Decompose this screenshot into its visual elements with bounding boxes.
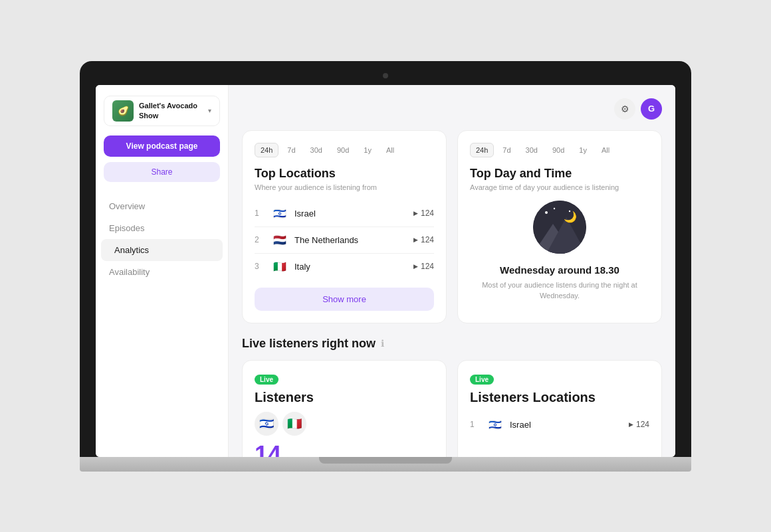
screen-bezel: 🥑 Gallet's Avocado Show ▾ View podcast p… xyxy=(80,61,691,457)
header-icons: ⚙ G xyxy=(242,98,662,120)
location-item-2: 2 🇳🇱 The Netherlands ▶ 124 xyxy=(255,227,434,254)
filter-24h[interactable]: 24h xyxy=(255,143,278,157)
flag-netherlands: 🇳🇱 xyxy=(272,234,288,246)
live-listeners-card: Live Listeners 🇮🇱 🇮🇹 14 🇮🇱 xyxy=(242,360,447,457)
screen: 🥑 Gallet's Avocado Show ▾ View podcast p… xyxy=(96,85,675,457)
play-count-netherlands: ▶ 124 xyxy=(413,235,434,244)
view-podcast-button[interactable]: View podcast page xyxy=(104,135,220,157)
live-locations-title: Listeners Locations xyxy=(470,390,649,405)
flag-italy: 🇮🇹 xyxy=(272,260,288,273)
top-cards-row: 24h 7d 30d 90d 1y All Top Locations Wher… xyxy=(242,130,662,323)
top-locations-card: 24h 7d 30d 90d 1y All Top Locations Wher… xyxy=(242,130,447,323)
filter-30d[interactable]: 30d xyxy=(304,143,328,157)
laptop-base xyxy=(80,457,691,472)
filter-90d[interactable]: 90d xyxy=(331,143,355,157)
play-icon-2: ▶ xyxy=(413,236,418,243)
day-time-label: Wednesday around 18.30 xyxy=(470,264,649,276)
svg-point-6 xyxy=(569,210,570,211)
play-count-italy: ▶ 124 xyxy=(413,262,434,271)
locations-time-filters: 24h 7d 30d 90d 1y All xyxy=(255,143,434,157)
main-content: ⚙ G 24h 7d 30d 90d 1y All xyxy=(229,85,675,457)
listeners-card-title: Listeners xyxy=(255,390,434,405)
location-rank-3: 3 xyxy=(255,262,265,271)
sidebar-nav: Overview Episodes Analytics Availability xyxy=(96,195,228,283)
info-icon[interactable]: ℹ xyxy=(381,338,384,349)
daytime-filter-24h[interactable]: 24h xyxy=(470,143,494,157)
play-icon-3: ▶ xyxy=(413,263,418,270)
svg-text:🌙: 🌙 xyxy=(564,211,577,223)
live-section-header: Live listeners right now ℹ xyxy=(242,337,662,351)
live-location-rank-1: 1 xyxy=(470,420,481,429)
daytime-time-filters: 24h 7d 30d 90d 1y All xyxy=(470,143,649,157)
count-israel: 124 xyxy=(421,209,434,218)
settings-icon[interactable]: ⚙ xyxy=(614,98,635,120)
laptop-container: 🥑 Gallet's Avocado Show ▾ View podcast p… xyxy=(80,61,691,472)
count-italy: 124 xyxy=(421,262,434,271)
live-locations-card: Live Listeners Locations 1 🇮🇱 Israel ▶ 1… xyxy=(457,360,662,457)
filter-7d[interactable]: 7d xyxy=(281,143,301,157)
day-time-description: Most of your audience listens during the… xyxy=(470,280,649,302)
locations-card-subtitle: Where your audience is listening from xyxy=(255,183,434,191)
show-more-button[interactable]: Show more xyxy=(255,288,434,311)
sidebar-item-analytics[interactable]: Analytics xyxy=(101,239,223,261)
daytime-filter-7d[interactable]: 7d xyxy=(496,143,516,157)
sidebar-item-overview[interactable]: Overview xyxy=(96,195,228,217)
location-item-3: 3 🇮🇹 Italy ▶ 124 xyxy=(255,254,434,280)
flag-circle-italy: 🇮🇹 xyxy=(282,412,306,436)
listeners-count: 14 xyxy=(255,441,434,457)
top-day-time-card: 24h 7d 30d 90d 1y All Top Day and Time A… xyxy=(457,130,662,323)
location-item-1: 1 🇮🇱 Israel ▶ 124 xyxy=(255,201,434,227)
camera xyxy=(383,73,388,78)
flag-circle-israel: 🇮🇱 xyxy=(255,412,278,436)
location-name-israel: Israel xyxy=(294,209,407,219)
sidebar-item-episodes[interactable]: Episodes xyxy=(96,217,228,239)
podcast-selector[interactable]: 🥑 Gallet's Avocado Show ▾ xyxy=(104,96,220,126)
location-rank-2: 2 xyxy=(255,235,265,244)
night-illustration: 🌙 xyxy=(533,201,586,254)
play-count-israel: ▶ 124 xyxy=(413,209,434,218)
locations-card-title: Top Locations xyxy=(255,167,434,181)
live-flag-israel: 🇮🇱 xyxy=(487,418,503,431)
svg-point-5 xyxy=(554,207,555,209)
count-netherlands: 124 xyxy=(421,235,434,244)
sidebar-item-availability[interactable]: Availability xyxy=(96,261,228,283)
share-button[interactable]: Share xyxy=(104,162,220,182)
sidebar: 🥑 Gallet's Avocado Show ▾ View podcast p… xyxy=(96,85,229,457)
live-badge-locations: Live xyxy=(470,375,494,385)
filter-all[interactable]: All xyxy=(380,143,400,157)
location-name-netherlands: The Netherlands xyxy=(294,235,407,245)
play-icon: ▶ xyxy=(413,210,418,217)
daytime-filter-1y[interactable]: 1y xyxy=(573,143,593,157)
location-rank-1: 1 xyxy=(255,209,265,218)
listener-flags: 🇮🇱 🇮🇹 xyxy=(255,412,434,436)
daytime-card-title: Top Day and Time xyxy=(470,167,649,181)
live-play-count-israel: ▶ 124 xyxy=(629,420,649,429)
svg-point-4 xyxy=(545,211,548,214)
live-location-name-israel: Israel xyxy=(510,420,622,430)
live-cards-row: Live Listeners 🇮🇱 🇮🇹 14 🇮🇱 Liv xyxy=(242,360,662,457)
filter-1y[interactable]: 1y xyxy=(358,143,378,157)
flag-israel: 🇮🇱 xyxy=(272,207,288,220)
podcast-logo: 🥑 xyxy=(112,100,134,122)
podcast-name: Gallet's Avocado Show xyxy=(139,101,203,120)
live-location-item-1: 1 🇮🇱 Israel ▶ 124 xyxy=(470,412,649,438)
live-badge-listeners: Live xyxy=(255,375,278,385)
live-count-israel: 124 xyxy=(636,420,649,429)
daytime-filter-30d[interactable]: 30d xyxy=(520,143,544,157)
daytime-filter-90d[interactable]: 90d xyxy=(546,143,570,157)
night-svg: 🌙 xyxy=(533,201,586,254)
chevron-down-icon: ▾ xyxy=(208,107,211,114)
location-name-italy: Italy xyxy=(294,262,407,272)
live-section-title: Live listeners right now xyxy=(242,337,376,351)
live-play-icon: ▶ xyxy=(629,421,633,428)
daytime-card-subtitle: Avarage time of day your audience is lis… xyxy=(470,183,649,191)
avatar[interactable]: G xyxy=(641,98,662,120)
daytime-filter-all[interactable]: All xyxy=(596,143,615,157)
